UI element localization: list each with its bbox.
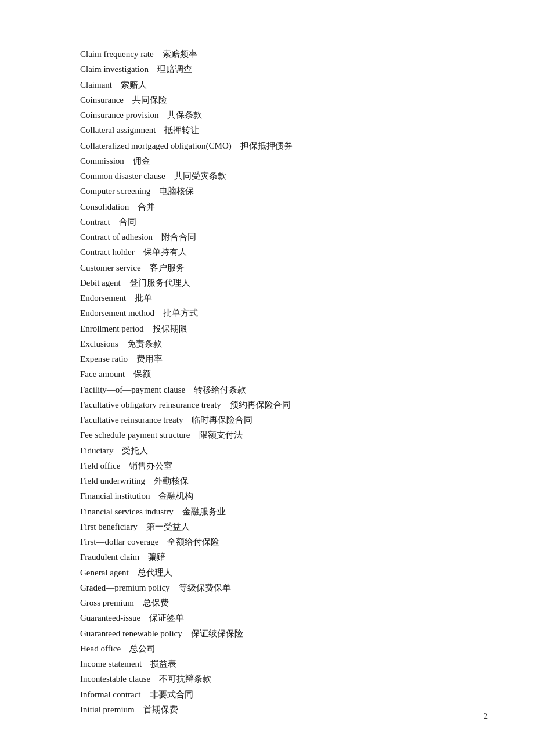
glossary-item: Face amount 保额 [80, 366, 454, 381]
glossary-item: Initial premium 首期保费 [80, 702, 454, 717]
glossary-item: Exclusions 免责条款 [80, 336, 454, 351]
glossary-item: Claim investigation 理赔调查 [80, 62, 454, 77]
glossary-item: Financial services industry 金融服务业 [80, 504, 454, 519]
page-number: 2 [484, 712, 488, 721]
glossary-item: Fiduciary 受托人 [80, 443, 454, 458]
glossary-item: Endorsement 批单 [80, 290, 454, 305]
glossary-item: Claim frequency rate 索赔频率 [80, 46, 454, 62]
glossary-item: Facility—of—payment clause 转移给付条款 [80, 382, 454, 397]
glossary-item: Coinsurance 共同保险 [80, 92, 454, 107]
glossary-item: Contract 合同 [80, 214, 454, 229]
glossary-item: Guaranteed renewable policy 保证续保保险 [80, 626, 454, 641]
glossary-item: Contract holder 保单持有人 [80, 244, 454, 260]
glossary-item: Fraudulent claim 骗赔 [80, 549, 454, 564]
glossary-item: Gross premium 总保费 [80, 595, 454, 610]
glossary-item: Facultative obligatory reinsurance treat… [80, 397, 454, 412]
glossary-item: Common disaster clause 共同受灾条款 [80, 168, 454, 183]
glossary-item: First beneficiary 第一受益人 [80, 519, 454, 534]
glossary-item: Informal contract 非要式合同 [80, 687, 454, 702]
glossary-item: Field office 销售办公室 [80, 458, 454, 473]
glossary-item: Graded—premium policy 等级保费保单 [80, 580, 454, 595]
glossary-item: General agent 总代理人 [80, 565, 454, 580]
glossary-item: Collateralized mortgaged obligation(CMO)… [80, 138, 454, 153]
glossary-item: Incontestable clause 不可抗辩条款 [80, 671, 454, 686]
glossary-item: Endorsement method 批单方式 [80, 305, 454, 321]
glossary-item: Financial institution 金融机构 [80, 488, 454, 503]
glossary-item: Collateral assignment 抵押转让 [80, 123, 454, 138]
glossary-item: Guaranteed-issue 保证签单 [80, 610, 454, 625]
glossary-item: Head office 总公司 [80, 641, 454, 656]
glossary-item: Commission 佣金 [80, 153, 454, 168]
glossary-list: Claim frequency rate 索赔频率Claim investiga… [80, 46, 454, 717]
glossary-item: Income statement 损益表 [80, 656, 454, 671]
glossary-item: Fee schedule payment structure 限额支付法 [80, 427, 454, 442]
glossary-item: Enrollment period 投保期限 [80, 321, 454, 336]
glossary-item: Customer service 客户服务 [80, 260, 454, 275]
glossary-item: Field underwriting 外勤核保 [80, 473, 454, 488]
glossary-item: Debit agent 登门服务代理人 [80, 275, 454, 290]
glossary-item: Facultative reinsurance treaty 临时再保险合同 [80, 412, 454, 427]
glossary-item: Coinsurance provision 共保条款 [80, 107, 454, 123]
glossary-item: Claimant 索赔人 [80, 77, 454, 92]
glossary-item: First—dollar coverage 全额给付保险 [80, 534, 454, 549]
glossary-item: Expense ratio 费用率 [80, 351, 454, 366]
glossary-item: Contract of adhesion 附合合同 [80, 229, 454, 244]
glossary-item: Computer screening 电脑核保 [80, 183, 454, 199]
glossary-item: Consolidation 合并 [80, 199, 454, 214]
